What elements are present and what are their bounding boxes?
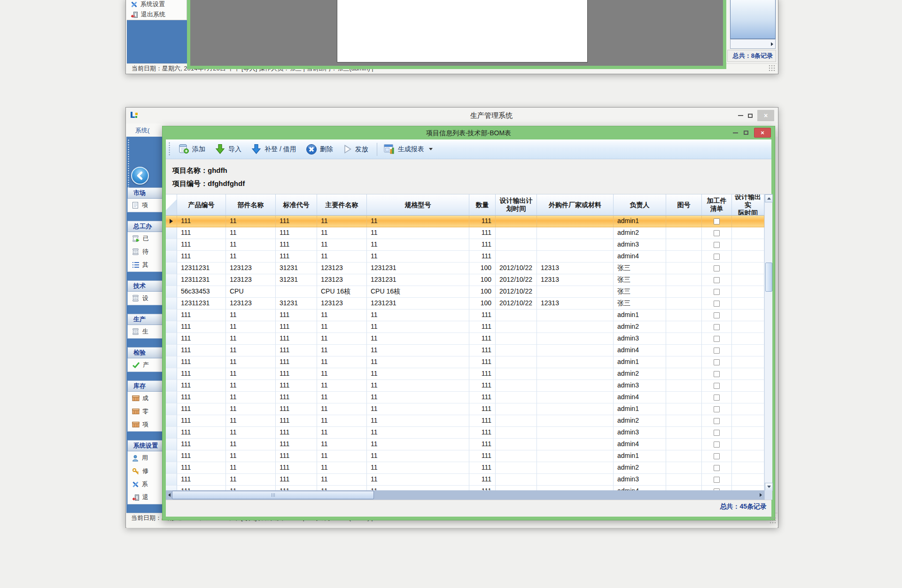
bom-maximize-button[interactable] xyxy=(744,131,748,135)
checkbox[interactable] xyxy=(714,312,720,318)
checkbox[interactable] xyxy=(714,453,720,459)
scroll-right-button[interactable] xyxy=(757,490,764,500)
row-selector[interactable] xyxy=(166,439,177,450)
table-row[interactable]: 111111111111111admin3 xyxy=(166,474,764,486)
column-header-6[interactable]: 设计输出计划时间 xyxy=(496,194,537,216)
table-row[interactable]: 111111111111111admin4 xyxy=(166,251,764,263)
row-selector[interactable] xyxy=(166,239,177,251)
table-row[interactable]: 56c33453CPUCPU 16核CPU 16核1002012/10/22张三 xyxy=(166,286,764,298)
row-selector[interactable] xyxy=(166,380,177,392)
toolbar-button-2[interactable]: 补登 / 借用 xyxy=(247,142,302,156)
menu-item-0[interactable]: 系统设置 xyxy=(127,0,187,9)
row-selector[interactable] xyxy=(166,427,177,439)
row-selector[interactable] xyxy=(166,356,177,368)
close-button[interactable]: × xyxy=(757,110,774,121)
toolbar-button-0[interactable]: 添加 xyxy=(175,142,211,156)
table-row[interactable]: 123112311231233123112312312312311002012/… xyxy=(166,263,764,274)
horizontal-scrollbar[interactable] xyxy=(166,490,764,500)
scroll-up-button[interactable] xyxy=(765,194,773,202)
background-hscrollbar[interactable] xyxy=(730,39,776,49)
row-selector[interactable] xyxy=(166,392,177,403)
column-header-9[interactable]: 图号 xyxy=(666,194,702,216)
resize-grip[interactable] xyxy=(769,65,776,71)
row-selector[interactable] xyxy=(166,345,177,356)
checkbox[interactable] xyxy=(714,395,720,401)
table-row[interactable]: 111111111111111admin2 xyxy=(166,227,764,239)
checkbox[interactable] xyxy=(714,430,720,436)
table-row[interactable]: 111111111111111admin2 xyxy=(166,321,764,333)
table-row[interactable]: 111111111111111admin1 xyxy=(166,309,764,321)
back-button[interactable] xyxy=(131,167,149,185)
table-row[interactable]: 123112311231233123112312312312311002012/… xyxy=(166,274,764,286)
checkbox[interactable] xyxy=(714,254,720,260)
column-header-7[interactable]: 外购件厂家或材料 xyxy=(537,194,614,216)
table-row[interactable]: 123112311231233123112312312312311002012/… xyxy=(166,298,764,309)
table-row[interactable]: 111111111111111admin4 xyxy=(166,439,764,450)
table-row[interactable]: 111111111111111admin3 xyxy=(166,333,764,345)
row-selector[interactable] xyxy=(166,216,177,227)
row-selector[interactable] xyxy=(166,403,177,415)
row-selector[interactable] xyxy=(166,333,177,345)
row-selector[interactable] xyxy=(166,321,177,333)
dropdown-caret-icon[interactable] xyxy=(429,148,433,150)
column-header-8[interactable]: 负责人 xyxy=(614,194,666,216)
toolbar-button-5[interactable]: 生成报表 xyxy=(380,142,438,156)
bom-minimize-button[interactable] xyxy=(733,132,738,133)
row-selector[interactable] xyxy=(166,474,177,486)
table-row[interactable]: 111111111111111admin1 xyxy=(166,216,764,227)
row-selector[interactable] xyxy=(166,263,177,274)
row-selector[interactable] xyxy=(166,274,177,286)
checkbox[interactable] xyxy=(714,383,720,389)
table-row[interactable]: 111111111111111admin2 xyxy=(166,462,764,474)
checkbox[interactable] xyxy=(714,218,720,224)
column-header-11[interactable]: 设计输出实际时间 xyxy=(732,194,764,216)
column-header-3[interactable]: 主要件名称 xyxy=(317,194,367,216)
table-row[interactable]: 111111111111111admin1 xyxy=(166,450,764,462)
toolbar-button-4[interactable]: 发放 xyxy=(339,142,374,156)
row-selector[interactable] xyxy=(166,368,177,380)
table-row[interactable]: 111111111111111admin4 xyxy=(166,392,764,403)
row-selector[interactable] xyxy=(166,450,177,462)
column-header-0[interactable]: 产品编号 xyxy=(177,194,226,216)
row-selector[interactable] xyxy=(166,298,177,309)
checkbox[interactable] xyxy=(714,418,720,424)
table-row[interactable]: 111111111111111admin2 xyxy=(166,368,764,380)
table-row[interactable]: 111111111111111admin3 xyxy=(166,427,764,439)
maximize-button[interactable] xyxy=(748,114,753,118)
table-row[interactable]: 111111111111111admin2 xyxy=(166,415,764,427)
column-header-4[interactable]: 规格型号 xyxy=(367,194,469,216)
checkbox[interactable] xyxy=(714,441,720,448)
table-row[interactable]: 111111111111111admin3 xyxy=(166,239,764,251)
table-row[interactable]: 111111111111111admin1 xyxy=(166,403,764,415)
row-selector[interactable] xyxy=(166,309,177,321)
checkbox[interactable] xyxy=(714,465,720,471)
row-selector[interactable] xyxy=(166,251,177,263)
scroll-down-button[interactable] xyxy=(765,483,773,491)
table-row[interactable]: 111111111111111admin1 xyxy=(166,356,764,368)
checkbox[interactable] xyxy=(714,230,720,236)
main-titlebar[interactable]: 生产管理系统 × xyxy=(126,108,778,124)
table-row[interactable]: 111111111111111admin4 xyxy=(166,345,764,356)
row-selector[interactable] xyxy=(166,286,177,298)
table-row[interactable]: 111111111111111admin3 xyxy=(166,380,764,392)
row-selector[interactable] xyxy=(166,415,177,427)
minimize-button[interactable] xyxy=(738,115,743,116)
toolbar-button-1[interactable]: 导入 xyxy=(211,142,247,156)
row-selector[interactable] xyxy=(166,462,177,474)
checkbox[interactable] xyxy=(714,301,720,307)
checkbox[interactable] xyxy=(714,324,720,330)
scroll-right-icon[interactable] xyxy=(771,42,773,46)
bom-close-button[interactable]: × xyxy=(754,128,771,138)
checkbox[interactable] xyxy=(714,359,720,365)
checkbox[interactable] xyxy=(714,277,720,283)
checkbox[interactable] xyxy=(714,265,720,271)
checkbox[interactable] xyxy=(714,242,720,248)
toolbar-button-3[interactable]: 删除 xyxy=(302,142,339,157)
checkbox[interactable] xyxy=(714,477,720,483)
menu-item-1[interactable]: 退出系统 xyxy=(127,9,187,20)
checkbox[interactable] xyxy=(714,348,720,354)
bom-titlebar[interactable]: 项目信息列表-技术部-BOM表 × xyxy=(163,126,775,139)
horizontal-scrollbar-thumb[interactable] xyxy=(172,491,374,499)
row-selector[interactable] xyxy=(166,227,177,239)
menu-system[interactable]: 系统( xyxy=(135,126,149,135)
